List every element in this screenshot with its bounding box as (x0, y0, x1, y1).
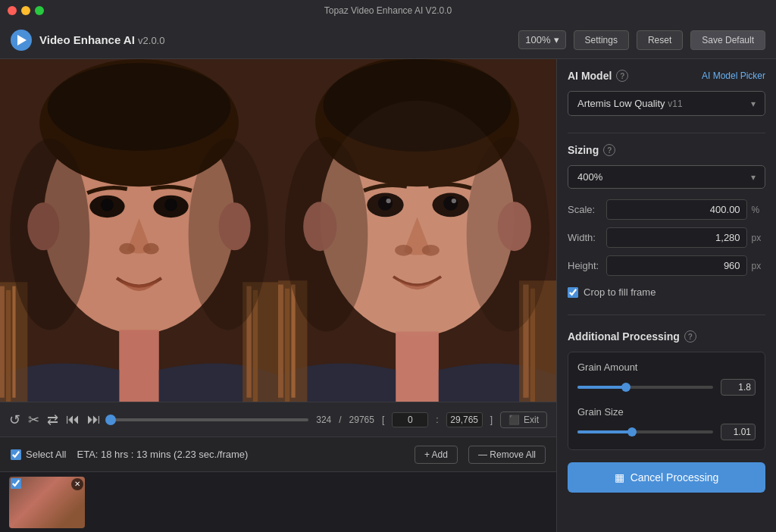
reset-button[interactable]: Reset (637, 30, 683, 50)
thumbnail-item[interactable]: ✕ (9, 477, 85, 528)
bottom-bar: Select All ETA: 18 hrs : 13 mins (2.23 s… (0, 437, 556, 471)
additional-help-icon[interactable]: ? (684, 330, 696, 343)
app-header: Video Enhance AI v2.0.0 100% ▾ Settings … (0, 21, 776, 59)
colon-separator: : (436, 415, 438, 425)
select-all-checkbox[interactable] (11, 449, 21, 460)
grain-size-input[interactable] (721, 424, 756, 440)
width-label: Width: (568, 232, 606, 243)
scale-row: Scale: % (568, 199, 765, 220)
minimize-button[interactable] (21, 6, 30, 15)
svg-rect-37 (396, 331, 439, 402)
window-title: Topaz Video Enhance AI V2.0.0 (324, 5, 452, 16)
skip-back-button[interactable]: ⏮ (66, 412, 80, 427)
model-selector[interactable]: Artemis Low Quality v11 ▾ (568, 91, 765, 116)
svg-point-21 (10, 139, 89, 330)
additional-section-header: Additional Processing ? (568, 330, 765, 343)
height-unit: px (752, 261, 765, 271)
play-icon (17, 35, 27, 45)
video-preview (0, 59, 556, 402)
scissors-button[interactable]: ✂ (28, 412, 39, 428)
svg-rect-40 (285, 289, 289, 402)
ai-model-picker-link[interactable]: AI Model Picker (702, 70, 765, 81)
exit-icon: ⬛ (508, 415, 520, 425)
thumbnail-checkbox[interactable] (11, 478, 21, 489)
current-frame: 324 (316, 415, 331, 425)
original-face-svg (0, 59, 278, 402)
scale-input[interactable] (606, 199, 747, 220)
eta-display: ETA: 18 hrs : 13 mins (2.23 sec./frame) (77, 449, 403, 460)
scale-label: Scale: (568, 204, 606, 215)
svg-point-7 (164, 199, 177, 211)
additional-processing-section: Additional Processing ? Grain Amount (568, 330, 765, 450)
svg-point-8 (119, 243, 135, 255)
additional-title: Additional Processing ? (568, 330, 696, 343)
save-default-button[interactable]: Save Default (690, 30, 765, 50)
grain-settings-box: Grain Amount Grain Size (568, 352, 765, 450)
ai-model-help-icon[interactable]: ? (616, 70, 628, 82)
cancel-processing-button[interactable]: ▦ Cancel Processing (568, 462, 765, 493)
grain-amount-fill (577, 386, 626, 389)
ai-model-title: AI Model ? (568, 70, 628, 82)
section-divider-1 (568, 133, 765, 133)
close-button[interactable] (8, 6, 17, 15)
start-frame-input[interactable] (392, 412, 428, 427)
remove-all-button[interactable]: — Remove All (468, 446, 546, 464)
grain-size-row: Grain Size (577, 406, 756, 440)
app-title: Video Enhance AI v2.0.0 (39, 33, 518, 46)
svg-point-47 (320, 101, 514, 336)
model-version: v11 (668, 99, 682, 109)
exit-button[interactable]: ⬛ Exit (500, 412, 547, 428)
bracket-close: ] (490, 415, 493, 425)
sizing-selector[interactable]: 400% ▾ (568, 165, 765, 189)
svg-rect-14 (0, 286, 5, 398)
width-input[interactable] (606, 227, 747, 248)
crop-label: Crop to fill frame (584, 286, 656, 298)
svg-point-3 (48, 63, 231, 151)
maximize-button[interactable] (35, 6, 44, 15)
svg-rect-41 (291, 284, 295, 397)
bracket-open: [ (382, 415, 384, 425)
svg-point-9 (143, 243, 159, 255)
width-unit: px (752, 233, 765, 243)
end-frame-input[interactable] (446, 412, 483, 427)
section-divider-2 (568, 315, 765, 315)
sizing-help-icon[interactable]: ? (603, 144, 615, 156)
grain-amount-thumb (621, 383, 630, 392)
grain-amount-slider[interactable] (577, 386, 713, 389)
thumbnail-strip: ✕ (0, 471, 556, 532)
refresh-button[interactable]: ↺ (9, 412, 20, 428)
ai-model-section-header: AI Model ? AI Model Picker (568, 70, 765, 82)
svg-rect-16 (12, 286, 15, 398)
add-button[interactable]: + Add (415, 446, 458, 464)
traffic-lights (8, 6, 44, 15)
settings-button[interactable]: Settings (574, 30, 629, 50)
grain-amount-input[interactable] (721, 379, 756, 396)
chevron-down-icon: ▾ (751, 172, 756, 183)
grain-amount-row: Grain Amount (577, 361, 756, 396)
zoom-selector[interactable]: 100% ▾ (518, 30, 565, 49)
scale-unit: % (752, 205, 765, 215)
height-input[interactable] (606, 255, 747, 276)
grain-size-fill (577, 430, 632, 433)
video-panel: ↺ ✂ ⇄ ⏮ ⏭ 324 / 29765 [ : ] ⬛ Exit (0, 59, 556, 532)
width-row: Width: px (568, 227, 765, 248)
select-all-label[interactable]: Select All (11, 449, 66, 460)
grain-size-slider-row (577, 424, 756, 440)
svg-rect-39 (278, 284, 283, 397)
grain-amount-slider-row (577, 379, 756, 396)
sizing-title: Sizing ? (568, 144, 615, 156)
playback-slider[interactable] (108, 418, 308, 421)
shuffle-button[interactable]: ⇄ (47, 412, 58, 428)
crop-checkbox[interactable] (568, 287, 578, 298)
height-row: Height: px (568, 255, 765, 276)
playback-thumb (105, 415, 116, 425)
original-frame (0, 59, 278, 402)
grain-size-slider[interactable] (577, 430, 713, 433)
crop-row: Crop to fill frame (568, 286, 765, 298)
height-label: Height: (568, 260, 606, 271)
svg-rect-12 (119, 330, 159, 402)
main-layout: ↺ ✂ ⇄ ⏮ ⏭ 324 / 29765 [ : ] ⬛ Exit (0, 59, 776, 532)
header-controls: 100% ▾ Settings Reset Save Default (518, 30, 765, 50)
skip-forward-button[interactable]: ⏭ (87, 412, 101, 427)
thumbnail-close-button[interactable]: ✕ (71, 478, 83, 490)
